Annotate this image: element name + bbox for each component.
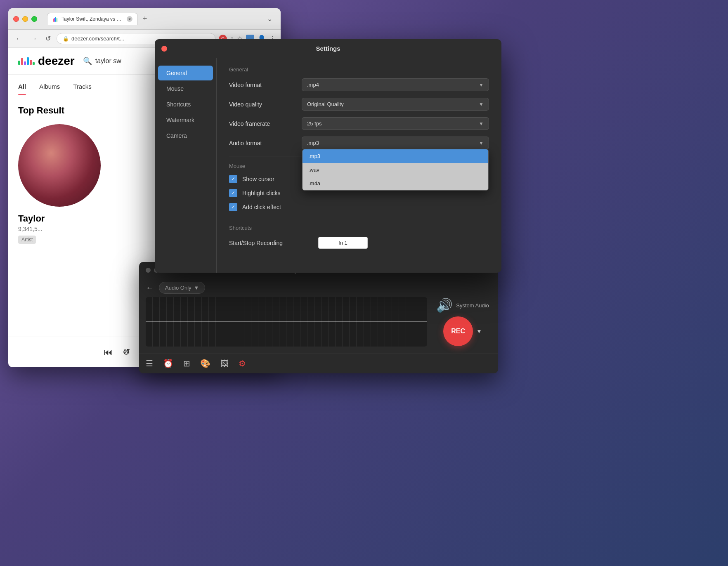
dropdown-option-mp3[interactable]: .mp3 <box>303 149 488 163</box>
dropdown-arrow-icon-3: ▼ <box>479 121 484 127</box>
tab-close-icon[interactable]: × <box>127 16 132 22</box>
highlight-clicks-checkbox[interactable]: ✓ <box>229 189 237 197</box>
refresh-button[interactable]: ↺ <box>43 33 53 44</box>
show-cursor-label: Show cursor <box>242 176 274 182</box>
gear-icon[interactable]: ⚙ <box>239 358 246 368</box>
tab-bar: Taylor Swift, Zendaya vs Emma × + <box>47 13 260 25</box>
system-audio-group: 🔊 System Audio <box>436 297 489 313</box>
start-stop-row: Start/Stop Recording fn 1 <box>229 237 489 249</box>
tab-list-button[interactable]: ⌄ <box>264 15 276 23</box>
settings-title: Settings <box>316 45 340 52</box>
system-audio-icon: 🔊 <box>436 297 453 313</box>
video-quality-label: Video quality <box>229 101 295 108</box>
settings-nav-shortcuts[interactable]: Shortcuts <box>158 97 213 112</box>
svg-rect-2 <box>55 17 56 22</box>
prev-button[interactable]: ⏮ <box>104 347 113 358</box>
settings-content: General Video format .mp4 ▼ Video qualit… <box>217 58 501 273</box>
rewind-button[interactable]: ↺30 <box>123 347 130 358</box>
maximize-button[interactable] <box>31 16 37 22</box>
settings-nav-general[interactable]: General <box>158 66 213 80</box>
recorder-footer: ☰ ⏰ ⊞ 🎨 🖼 ⚙ <box>139 353 498 373</box>
tab-tracks[interactable]: Tracks <box>73 78 91 95</box>
new-tab-button[interactable]: + <box>139 14 151 23</box>
settings-nav-watermark[interactable]: Watermark <box>158 113 213 127</box>
artist-badge: Artist <box>18 236 36 244</box>
browser-tab[interactable]: Taylor Swift, Zendaya vs Emma × <box>47 13 138 25</box>
tab-favicon <box>52 16 59 22</box>
video-format-value: .mp4 <box>307 82 319 88</box>
video-framerate-dropdown[interactable]: 25 fps ▼ <box>302 117 489 130</box>
waveform-line <box>146 322 427 322</box>
recorder-back-button[interactable]: ← <box>146 283 154 292</box>
system-audio-label: System Audio <box>456 302 489 309</box>
svg-rect-3 <box>57 18 57 22</box>
tab-title: Taylor Swift, Zendaya vs Emma <box>61 16 124 22</box>
tab-all[interactable]: All <box>18 78 26 95</box>
rec-dropdown-icon[interactable]: ▼ <box>476 328 482 335</box>
back-button[interactable]: ← <box>13 33 25 44</box>
video-framerate-row: Video framerate 25 fps ▼ <box>229 117 489 130</box>
audio-format-value: .mp3 <box>307 140 319 146</box>
settings-titlebar: Settings <box>155 39 501 58</box>
add-click-effect-label: Add click effect <box>242 204 281 210</box>
palette-icon[interactable]: 🎨 <box>200 358 210 368</box>
audio-format-dropdown-menu: .mp3 .wav .m4a <box>302 149 489 191</box>
mode-dropdown[interactable]: Audio Only ▼ <box>159 282 205 294</box>
search-icon: 🔍 <box>83 57 92 66</box>
minimize-button[interactable] <box>22 16 28 22</box>
recorder-toolbar: ← Audio Only ▼ <box>139 278 498 297</box>
artist-avatar <box>18 124 101 207</box>
video-format-label: Video format <box>229 82 295 88</box>
browser-titlebar: Taylor Swift, Zendaya vs Emma × + ⌄ <box>8 8 281 30</box>
mode-value: Audio Only <box>165 285 191 291</box>
waveform-display <box>146 297 427 347</box>
shortcuts-section-title: Shortcuts <box>229 225 489 231</box>
alarm-icon[interactable]: ⏰ <box>163 358 173 368</box>
grid-icon[interactable]: ⊞ <box>183 358 190 368</box>
highlight-clicks-label: Highlight clicks <box>242 190 281 196</box>
video-quality-value: Original Quality <box>307 101 344 107</box>
general-section-title: General <box>229 66 489 73</box>
artist-image <box>18 124 101 207</box>
dropdown-option-wav[interactable]: .wav <box>303 163 488 177</box>
video-format-row: Video format .mp4 ▼ <box>229 78 489 91</box>
add-click-effect-checkbox[interactable]: ✓ <box>229 203 237 211</box>
artist-name: Taylor <box>18 213 45 224</box>
recorder-right-panel: 🔊 System Audio REC ▼ <box>434 297 492 347</box>
settings-nav-mouse[interactable]: Mouse <box>158 81 213 96</box>
deezer-wordmark: deezer <box>38 54 75 68</box>
rec-button[interactable]: REC <box>443 316 473 346</box>
video-quality-row: Video quality Original Quality ▼ <box>229 98 489 111</box>
artist-listeners: 9,341,5... <box>18 226 42 232</box>
image-icon[interactable]: 🖼 <box>220 359 229 368</box>
recorder-tl-1[interactable] <box>146 268 151 273</box>
video-framerate-label: Video framerate <box>229 120 295 127</box>
forward-button[interactable]: → <box>28 33 40 44</box>
tab-albums[interactable]: Albums <box>39 78 60 95</box>
video-quality-dropdown[interactable]: Original Quality ▼ <box>302 98 489 111</box>
settings-sidebar: General Mouse Shortcuts Watermark Camera <box>155 58 217 273</box>
settings-nav-camera[interactable]: Camera <box>158 128 213 143</box>
audio-format-row: Audio format .mp3 ▼ .mp3 .wav .m4a <box>229 137 489 149</box>
dropdown-option-m4a[interactable]: .m4a <box>303 177 488 190</box>
video-format-dropdown[interactable]: .mp4 ▼ <box>302 78 489 91</box>
dropdown-arrow-icon: ▼ <box>479 82 484 88</box>
deezer-bars-icon <box>18 57 35 65</box>
settings-window: Settings General Mouse Shortcuts Waterma… <box>155 39 501 273</box>
rec-controls: REC ▼ <box>443 316 482 346</box>
dropdown-arrow-icon-2: ▼ <box>479 101 484 107</box>
add-click-effect-row: ✓ Add click effect <box>229 203 489 211</box>
search-input-value[interactable]: taylor sw <box>95 57 121 65</box>
settings-divider-2 <box>229 218 489 218</box>
deezer-logo: deezer <box>18 54 75 68</box>
svg-rect-1 <box>54 18 55 22</box>
settings-close-button[interactable] <box>161 46 167 52</box>
close-button[interactable] <box>13 16 19 22</box>
start-stop-key[interactable]: fn 1 <box>318 237 368 249</box>
audio-format-dropdown[interactable]: .mp3 ▼ .mp3 .wav .m4a <box>302 137 489 149</box>
svg-rect-0 <box>53 19 54 22</box>
show-cursor-checkbox[interactable]: ✓ <box>229 175 237 183</box>
start-stop-label: Start/Stop Recording <box>229 240 312 246</box>
dropdown-arrow-icon-4: ▼ <box>479 140 484 146</box>
list-icon[interactable]: ☰ <box>146 358 153 368</box>
